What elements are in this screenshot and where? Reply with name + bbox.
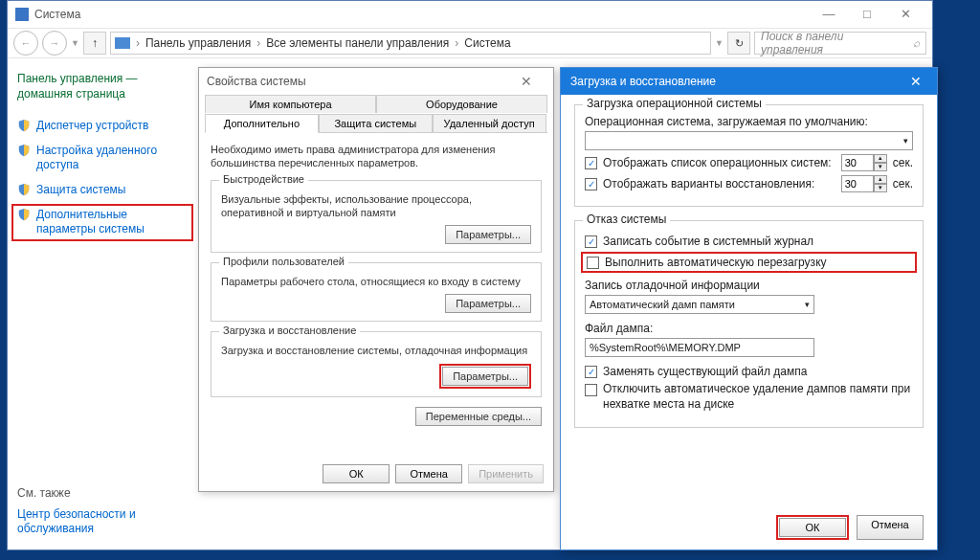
startup-settings-button[interactable]: Параметры... (442, 367, 528, 386)
up-button[interactable]: ↑ (83, 32, 106, 55)
cancel-button[interactable]: Отмена (857, 515, 924, 540)
default-os-label: Операционная система, загружаемая по умо… (585, 115, 913, 128)
cp-title-text: Система (34, 8, 80, 21)
breadcrumb-2[interactable]: Все элементы панели управления (266, 36, 449, 50)
os-list-seconds-spinner[interactable]: ▲▼ (841, 154, 887, 171)
debug-info-select[interactable]: Автоматический дамп памяти▾ (585, 295, 814, 314)
recovery-seconds-spinner[interactable]: ▲▼ (841, 175, 887, 192)
tab-computer-name[interactable]: Имя компьютера (205, 95, 376, 113)
security-maintenance-link[interactable]: Центр безопасности и обслуживания (17, 507, 188, 537)
dump-file-label: Файл дампа: (585, 322, 913, 335)
chevron-down-icon: ▾ (903, 136, 908, 146)
performance-settings-button[interactable]: Параметры... (445, 225, 531, 244)
sidebar-device-manager[interactable]: Диспетчер устройств (17, 119, 188, 134)
sp-tabs: Имя компьютера Оборудование Дополнительн… (205, 95, 547, 133)
apply-button[interactable]: Применить (468, 464, 544, 483)
system-startup-group: Загрузка операционной системы Операционн… (574, 104, 924, 207)
tab-hardware[interactable]: Оборудование (376, 95, 547, 113)
refresh-button[interactable]: ↻ (727, 32, 750, 55)
minimize-button[interactable]: — (810, 5, 848, 24)
sp-titlebar: Свойства системы ✕ (199, 68, 553, 95)
close-button[interactable]: ✕ (507, 74, 546, 89)
performance-group: Быстродействие Визуальные эффекты, испол… (211, 180, 542, 254)
admin-note: Необходимо иметь права администратора дл… (211, 143, 542, 170)
control-panel-home-link[interactable]: Панель управления — домашняя страница (17, 72, 188, 101)
breadcrumb-3[interactable]: Система (464, 36, 510, 50)
system-icon (15, 8, 29, 21)
cp-sidebar: Панель управления — домашняя страница Ди… (8, 58, 197, 549)
system-properties-dialog: Свойства системы ✕ Имя компьютера Оборуд… (198, 67, 554, 492)
search-input[interactable]: Поиск в панели управления ⌕ (754, 32, 926, 55)
computer-icon (115, 37, 130, 49)
tab-advanced[interactable]: Дополнительно (205, 114, 319, 133)
search-placeholder: Поиск в панели управления (761, 30, 905, 56)
chevron-down-icon: ▾ (805, 300, 810, 309)
sp-title-text: Свойства системы (207, 75, 306, 88)
address-bar[interactable]: › Панель управления › Все элементы панел… (110, 32, 711, 55)
cp-titlebar: Система — □ ✕ (8, 1, 932, 28)
close-button[interactable]: ✕ (886, 5, 924, 24)
auto-restart-checkbox[interactable] (587, 257, 599, 269)
forward-button[interactable]: → (42, 31, 67, 56)
disable-auto-delete-checkbox[interactable] (585, 384, 597, 396)
startup-recovery-dialog: Загрузка и восстановление ✕ Загрузка опе… (560, 67, 938, 550)
startup-recovery-group: Загрузка и восстановление Загрузка и вос… (211, 331, 542, 396)
profiles-settings-button[interactable]: Параметры... (445, 294, 531, 313)
back-button[interactable]: ← (13, 31, 38, 56)
see-also-heading: См. также (17, 486, 188, 500)
cancel-button[interactable]: Отмена (395, 464, 462, 483)
ok-button[interactable]: ОК (779, 518, 846, 537)
search-icon: ⌕ (913, 36, 920, 50)
show-os-list-checkbox[interactable]: ✓ (585, 157, 597, 169)
default-os-select[interactable]: ▾ (585, 131, 913, 150)
cp-toolbar: ← → ▼ ↑ › Панель управления › Все элемен… (8, 28, 932, 58)
overwrite-dump-checkbox[interactable]: ✓ (585, 366, 597, 378)
log-event-checkbox[interactable]: ✓ (585, 235, 597, 248)
sr-titlebar: Загрузка и восстановление ✕ (561, 68, 937, 95)
dump-file-input[interactable]: %SystemRoot%\MEMORY.DMP (585, 338, 814, 357)
tab-remote[interactable]: Удаленный доступ (433, 114, 546, 133)
debug-info-label: Запись отладочной информации (585, 279, 913, 292)
sidebar-system-protection[interactable]: Защита системы (17, 183, 188, 198)
user-profiles-group: Профили пользователей Параметры рабочего… (211, 262, 542, 322)
maximize-button[interactable]: □ (848, 5, 886, 24)
ok-button[interactable]: ОК (323, 464, 390, 483)
shield-icon (17, 208, 31, 221)
show-recovery-checkbox[interactable]: ✓ (585, 178, 597, 190)
tab-system-protection[interactable]: Защита системы (319, 114, 433, 133)
shield-icon (17, 183, 31, 196)
sidebar-remote-settings[interactable]: Настройка удаленного доступа (17, 144, 188, 173)
sidebar-advanced-settings[interactable]: Дополнительные параметры системы (17, 208, 188, 237)
shield-icon (17, 144, 31, 157)
environment-variables-button[interactable]: Переменные среды... (415, 407, 542, 426)
close-button[interactable]: ✕ (895, 68, 937, 95)
sr-title-text: Загрузка и восстановление (570, 75, 716, 88)
system-failure-group: Отказ системы ✓ Записать событие в систе… (574, 220, 924, 428)
shield-icon (17, 119, 31, 132)
breadcrumb-1[interactable]: Панель управления (145, 36, 251, 50)
